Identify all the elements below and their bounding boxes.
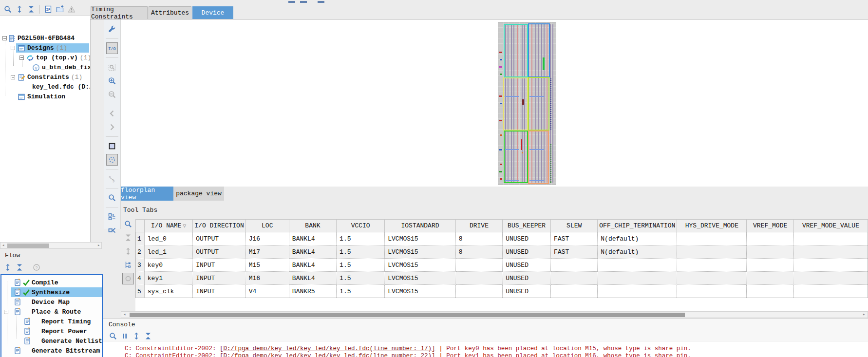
flow-step-place-route[interactable]: Place & Route	[14, 307, 81, 317]
column-header-iostandard[interactable]: IOSTANDARD	[385, 220, 456, 232]
column-header-hys-drive-mode[interactable]: HYS_DRIVE_MODE	[677, 220, 747, 232]
expand-all-icon[interactable]	[14, 3, 25, 15]
cell-loc[interactable]: V4	[245, 285, 289, 298]
column-header-slew[interactable]: SLEW	[551, 220, 598, 232]
flow-step-generate-netlist[interactable]: Generate Netlist	[23, 336, 102, 346]
console-file-link[interactable]: [D:/fpga_demo/key_led/key_led/key_led.fd…	[220, 345, 435, 352]
tree-item-key-led-fdc-d-fpga[interactable]: key_led.fdc (D:/fpga_	[30, 82, 91, 92]
console-output[interactable]: C: ConstraintEditor-2002: [D:/fpga_demo/…	[103, 341, 868, 357]
scroll-left-arrow[interactable]: ◂	[2, 243, 4, 249]
cell-slew[interactable]: FAST	[551, 245, 598, 259]
flow-step-report-power[interactable]: Report Power	[23, 326, 87, 336]
cell-off-chip-termination[interactable]	[598, 272, 677, 285]
cell-bank[interactable]: BANKL4	[289, 259, 336, 272]
cell-loc[interactable]: M16	[245, 272, 289, 285]
scroll-right-arrow[interactable]: ▸	[863, 312, 865, 318]
io-row-led_0[interactable]: 1led_0OUTPUTJ16BANKL41.5LVCMOS158UNUSEDF…	[136, 232, 868, 245]
row-number[interactable]: 5	[136, 285, 145, 298]
search-icon[interactable]	[122, 218, 134, 230]
cell-iostandard[interactable]: LVCMOS15	[385, 285, 456, 298]
cell-vref-mode[interactable]	[747, 285, 794, 298]
column-header-loc[interactable]: LOC	[245, 220, 289, 232]
cell-iostandard[interactable]: LVCMOS15	[385, 272, 456, 285]
tab-package-view[interactable]: package view	[173, 187, 224, 201]
cell-drive[interactable]	[455, 259, 502, 272]
cell-i-o-name[interactable]: led_1	[144, 245, 193, 259]
cell-bank[interactable]: BANKR5	[289, 285, 336, 298]
add-project-icon[interactable]	[54, 3, 66, 15]
tree-expander-minus[interactable]	[4, 310, 8, 314]
scrollbar-thumb[interactable]	[7, 244, 49, 248]
settings-wrench-icon[interactable]	[106, 23, 118, 35]
flow-step-generate-bitstream[interactable]: Generate Bitstream	[14, 346, 100, 356]
column-header-vref-mode-value[interactable]: VREF_MODE_VALUE	[793, 220, 868, 232]
column-header-bus-keeper[interactable]: BUS_KEEPER	[503, 220, 551, 232]
tree-item-u-btn-deb-fix[interactable]: Vu_btn_deb_fix-	[32, 63, 91, 72]
cell-i-o-name[interactable]: led_0	[144, 232, 193, 245]
tab-attributes[interactable]: Attributes	[149, 6, 191, 19]
cell-vref-mode[interactable]	[747, 272, 794, 285]
collapse-all-icon[interactable]	[142, 330, 154, 342]
collapse-all-icon[interactable]	[14, 262, 25, 273]
bank-top-right[interactable]	[528, 23, 550, 77]
cell-bus-keeper[interactable]: UNUSED	[503, 232, 551, 245]
column-header-i-o-direction[interactable]: I/O DIRECTION	[193, 220, 245, 232]
scrollbar-thumb[interactable]	[130, 313, 685, 317]
bank-mid-right[interactable]	[528, 77, 549, 131]
cell-bank[interactable]: BANKL4	[289, 272, 336, 285]
bank-mid-left[interactable]	[503, 77, 528, 131]
cell-i-o-direction[interactable]: OUTPUT	[193, 232, 245, 245]
zoom-in-icon[interactable]	[106, 75, 118, 87]
cell-vccio[interactable]: 1.5	[337, 232, 385, 245]
bank-top-left[interactable]	[504, 24, 528, 77]
cell-iostandard[interactable]: LVCMOS15	[385, 245, 456, 259]
collapse-all-icon[interactable]	[25, 3, 37, 15]
row-number[interactable]: 2	[136, 245, 145, 259]
tree-item-simulation[interactable]: Simulation	[18, 92, 65, 101]
flow-step-synthesize[interactable]: Synthesize	[14, 287, 70, 297]
cell-drive[interactable]: 8	[455, 232, 502, 245]
cell-hys-drive-mode[interactable]	[677, 245, 747, 259]
cell-iostandard[interactable]: LVCMOS15	[385, 232, 456, 245]
cell-vccio[interactable]: 1.5	[337, 259, 385, 272]
cell-slew[interactable]	[551, 272, 598, 285]
search-icon[interactable]	[106, 192, 118, 204]
flow-step-report-timing[interactable]: Report Timing	[23, 317, 91, 326]
target-tool-icon[interactable]	[106, 154, 118, 166]
tree-expander-minus[interactable]	[2, 36, 7, 40]
pause-icon[interactable]	[119, 330, 131, 342]
cell-slew[interactable]	[551, 285, 598, 298]
scroll-left-arrow[interactable]: ◂	[123, 312, 126, 318]
cell-vref-mode-value[interactable]	[793, 232, 868, 245]
scroll-right-arrow[interactable]: ▸	[97, 243, 100, 249]
flow-step-compile[interactable]: Compile	[14, 278, 58, 287]
cell-i-o-direction[interactable]: INPUT	[193, 285, 245, 298]
row-number[interactable]: 4	[136, 272, 145, 285]
cell-bus-keeper[interactable]: UNUSED	[503, 285, 551, 298]
tree-horizontal-scrollbar[interactable]: ◂ ▸	[0, 242, 102, 249]
column-header-drive[interactable]: DRIVE	[455, 220, 502, 232]
column-header-vccio[interactable]: VCCIO	[337, 220, 385, 232]
cell-drive[interactable]: 8	[455, 245, 502, 259]
cell-off-chip-termination[interactable]: N(default)	[598, 232, 677, 245]
cell-i-o-name[interactable]: key1	[144, 272, 193, 285]
floorplan-canvas[interactable]	[121, 19, 868, 187]
tree-view-icon[interactable]	[122, 259, 134, 271]
tree-item-pg2l50h-6fbg484[interactable]: PG2L50H-6FBG484	[8, 34, 75, 43]
cell-slew[interactable]	[551, 259, 598, 272]
cell-vccio[interactable]: 1.5	[337, 245, 385, 259]
cell-bus-keeper[interactable]: UNUSED	[503, 245, 551, 259]
cell-hys-drive-mode[interactable]	[677, 272, 747, 285]
cell-i-o-direction[interactable]: OUTPUT	[193, 245, 245, 259]
column-header-i-o-name[interactable]: I/O NAME▽	[144, 220, 193, 232]
cell-i-o-direction[interactable]: INPUT	[193, 272, 245, 285]
tab-timing-constraints[interactable]: Timing Constraints	[91, 6, 148, 19]
cell-hys-drive-mode[interactable]	[677, 259, 747, 272]
tree-item-constraints[interactable]: Constraints(1)	[18, 73, 82, 82]
cell-loc[interactable]: M15	[245, 259, 289, 272]
tree-item-designs[interactable]: Designs(1)	[18, 43, 67, 53]
bank-bottom-left[interactable]	[504, 131, 528, 183]
cell-bank[interactable]: BANKL4	[289, 232, 336, 245]
cell-i-o-direction[interactable]: INPUT	[193, 259, 245, 272]
cell-hys-drive-mode[interactable]	[677, 285, 747, 298]
